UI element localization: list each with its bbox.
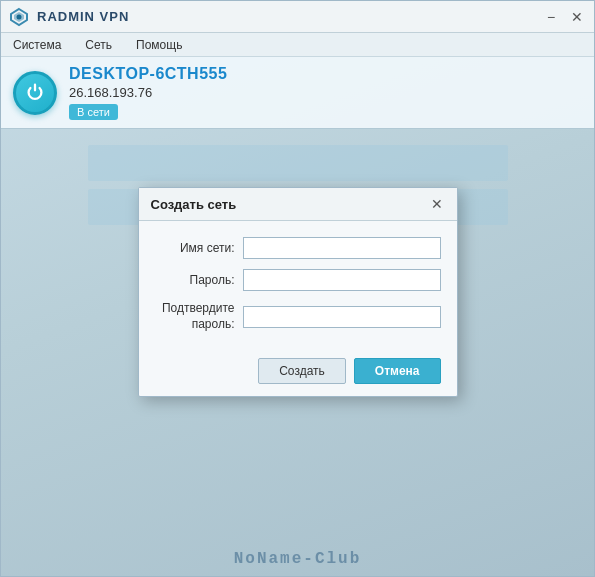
title-bar-controls: − ✕ — [542, 8, 586, 26]
network-name-input[interactable] — [243, 237, 441, 259]
close-button[interactable]: ✕ — [568, 8, 586, 26]
device-status-badge: В сети — [69, 104, 118, 120]
network-item-placeholder-1 — [88, 145, 508, 181]
confirm-password-label: Подтвердите пароль: — [155, 301, 235, 332]
svg-point-2 — [17, 14, 22, 19]
dialog-body: Имя сети: Пароль: Подтвердите пароль: — [139, 221, 457, 354]
confirm-password-row: Подтвердите пароль: — [155, 301, 441, 332]
minimize-button[interactable]: − — [542, 8, 560, 26]
confirm-password-input[interactable] — [243, 306, 441, 328]
password-input[interactable] — [243, 269, 441, 291]
dialog-footer: Создать Отмена — [139, 354, 457, 396]
power-button[interactable] — [13, 71, 57, 115]
main-window: RADMIN VPN − ✕ Система Сеть Помощь DESKT… — [0, 0, 595, 577]
dialog-title-bar: Создать сеть ✕ — [139, 188, 457, 221]
network-name-label: Имя сети: — [155, 241, 235, 255]
device-bar: DESKTOP-6CTH555 26.168.193.76 В сети — [1, 57, 594, 129]
device-name: DESKTOP-6CTH555 — [69, 65, 227, 83]
title-bar: RADMIN VPN − ✕ — [1, 1, 594, 33]
title-bar-left: RADMIN VPN — [9, 7, 129, 27]
menu-bar: Система Сеть Помощь — [1, 33, 594, 57]
password-row: Пароль: — [155, 269, 441, 291]
app-logo-icon — [9, 7, 29, 27]
content-area: DESKTOP-6CTH555 26.168.193.76 В сети NoN… — [1, 57, 594, 576]
menu-set[interactable]: Сеть — [81, 36, 116, 54]
create-network-dialog: Создать сеть ✕ Имя сети: Пароль: Подтвер… — [138, 187, 458, 397]
device-ip: 26.168.193.76 — [69, 85, 227, 100]
dialog-close-button[interactable]: ✕ — [429, 196, 445, 212]
menu-help[interactable]: Помощь — [132, 36, 186, 54]
device-info: DESKTOP-6CTH555 26.168.193.76 В сети — [69, 65, 227, 120]
menu-sistema[interactable]: Система — [9, 36, 65, 54]
dialog-title: Создать сеть — [151, 197, 237, 212]
create-button[interactable]: Создать — [258, 358, 346, 384]
password-label: Пароль: — [155, 273, 235, 287]
app-title: RADMIN VPN — [37, 9, 129, 24]
cancel-button[interactable]: Отмена — [354, 358, 441, 384]
watermark: NoName-Club — [234, 550, 362, 568]
network-name-row: Имя сети: — [155, 237, 441, 259]
